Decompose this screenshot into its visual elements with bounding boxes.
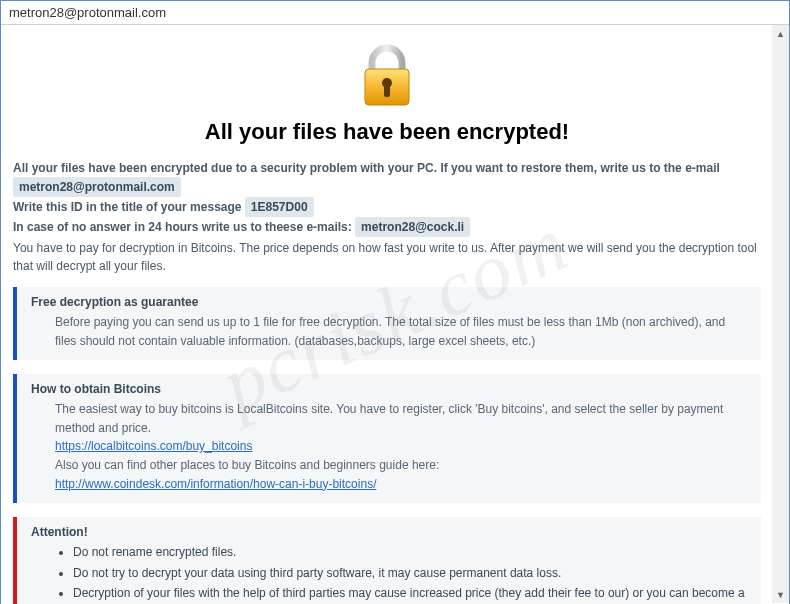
lock-icon (357, 43, 417, 111)
section-obtain-bitcoins: How to obtain Bitcoins The easiest way t… (13, 374, 761, 503)
attention-item: Do not try to decrypt your data using th… (73, 564, 749, 583)
vertical-scrollbar[interactable]: ▲ ▼ (772, 25, 789, 603)
window: metron28@protonmail.com (0, 0, 790, 604)
section-body: Before paying you can send us up to 1 fi… (31, 313, 749, 350)
main-heading: All your files have been encrypted! (13, 119, 761, 145)
svg-rect-2 (384, 85, 390, 97)
intro-text: All your files have been encrypted due t… (13, 159, 761, 275)
section-free-decryption: Free decryption as guarantee Before payi… (13, 287, 761, 360)
scroll-up-arrow-icon[interactable]: ▲ (772, 25, 789, 42)
link-localbitcoins[interactable]: https://localbitcoins.com/buy_bitcoins (55, 439, 252, 453)
lock-icon-wrap (13, 43, 761, 111)
victim-id: 1E857D00 (245, 197, 314, 217)
content: All your files have been encrypted! All … (1, 25, 789, 604)
scroll-down-arrow-icon[interactable]: ▼ (772, 586, 789, 603)
contact-email-1: metron28@protonmail.com (13, 177, 181, 197)
link-coindesk[interactable]: http://www.coindesk.com/information/how-… (55, 477, 376, 491)
obtain-line2: Also you can find other places to buy Bi… (55, 456, 749, 475)
section-body: The easiest way to buy bitcoins is Local… (31, 400, 749, 493)
intro-line2: Write this ID in the title of your messa… (13, 200, 242, 214)
window-title: metron28@protonmail.com (1, 1, 789, 25)
attention-item: Decryption of your files with the help o… (73, 584, 749, 604)
obtain-line1: The easiest way to buy bitcoins is Local… (55, 400, 749, 437)
section-body: Do not rename encrypted files. Do not tr… (31, 543, 749, 604)
intro-line1: All your files have been encrypted due t… (13, 161, 720, 175)
contact-email-2: metron28@cock.li (355, 217, 470, 237)
payment-note: You have to pay for decryption in Bitcoi… (13, 239, 761, 275)
content-area: All your files have been encrypted! All … (1, 25, 789, 603)
section-title: Attention! (31, 525, 749, 539)
section-attention: Attention! Do not rename encrypted files… (13, 517, 761, 604)
section-title: How to obtain Bitcoins (31, 382, 749, 396)
attention-item: Do not rename encrypted files. (73, 543, 749, 562)
section-title: Free decryption as guarantee (31, 295, 749, 309)
intro-line3: In case of no answer in 24 hours write u… (13, 220, 352, 234)
